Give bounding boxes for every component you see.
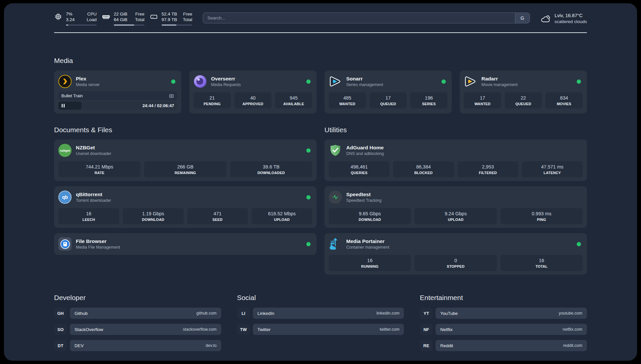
link-dev[interactable]: DT DEVdev.to	[54, 340, 221, 351]
memory-progress-fill	[114, 24, 134, 26]
link-tag[interactable]: LI	[237, 308, 250, 319]
stat-upload: 9.24 GbpsUPLOAD	[414, 208, 497, 224]
stat-value: 40	[236, 95, 270, 101]
stat-value: 945	[276, 95, 311, 101]
link-tag[interactable]: DT	[54, 340, 67, 351]
stat-value: 498,461	[330, 164, 388, 170]
portainer-card[interactable]: Media Portainer Container management 16R…	[324, 233, 587, 275]
link-name: LinkedIn	[258, 311, 274, 316]
nzbget-card[interactable]: nzbget NZBGet Usenet downloader 744.21 M…	[54, 139, 317, 181]
disk-free-value: 52.4 TB	[162, 11, 177, 17]
link-netflix[interactable]: NF Netflixnetflix.com	[420, 324, 587, 335]
overseerr-card[interactable]: Overseerr Media Requests 21PENDING 40APP…	[189, 71, 317, 113]
filebrowser-card[interactable]: File Browser Media File Management	[54, 233, 317, 255]
app-title: AdGuard Home	[346, 144, 384, 151]
stat-value: 266 GB	[145, 164, 225, 170]
stat-label: WANTED	[465, 102, 500, 106]
memory-free-value: 22 GiB	[114, 11, 127, 17]
disk-free-label: Free	[183, 11, 192, 17]
stat-value: 1.19 Gbps	[124, 211, 182, 217]
stat-label: PENDING	[195, 102, 229, 106]
sonarr-icon	[329, 75, 342, 88]
link-url: netflix.com	[563, 327, 582, 332]
memory-free-label: Free	[135, 11, 144, 17]
stat-value: 17	[465, 95, 500, 101]
playback-time: 24:44 / 02:06:47	[142, 103, 174, 108]
link-tag[interactable]: TW	[237, 324, 250, 335]
session-camera-icon[interactable]	[169, 93, 174, 99]
developer-links-column: Developer GH Githubgithub.com SO StackOv…	[54, 293, 221, 356]
link-reddit[interactable]: RE Redditreddit.com	[420, 340, 587, 351]
search-engine-button[interactable]: G	[515, 13, 530, 23]
link-tag[interactable]: RE	[420, 340, 433, 351]
cpu-progress-fill	[66, 24, 68, 26]
memory-progress-track	[114, 24, 144, 26]
link-tag[interactable]: SO	[54, 324, 67, 335]
speedtest-icon	[329, 191, 342, 204]
link-name: Twitter	[258, 327, 271, 332]
section-heading-developer: Developer	[54, 293, 221, 302]
link-twitter[interactable]: TW Twittertwitter.com	[237, 324, 404, 335]
link-tag[interactable]: NF	[420, 324, 433, 335]
dashboard-panel: 7%CPU 3.24Load 22 GiBFree 64 GiBTotal	[4, 3, 637, 361]
stat-label: PING	[502, 217, 581, 222]
memory-widget: 22 GiBFree 64 GiBTotal	[102, 11, 144, 26]
link-name: Github	[75, 311, 88, 316]
link-youtube[interactable]: YT YouTubeyoutube.com	[420, 308, 587, 319]
stat-value: 17	[371, 95, 406, 101]
stat-label: SEED	[189, 217, 247, 222]
stat-label: RUNNING	[330, 264, 410, 269]
stat-filtered: 2,953FILTERED	[458, 161, 518, 177]
social-links-column: Social LI LinkedInlinkedin.com TW Twitte…	[237, 293, 404, 340]
link-url: github.com	[197, 311, 217, 316]
cpu-icon	[54, 13, 62, 21]
header-divider	[54, 32, 587, 33]
stat-label: TOTAL	[502, 264, 581, 269]
stat-leech: 16LEECH	[58, 208, 119, 224]
stat-download: 1.19 GbpsDOWNLOAD	[123, 208, 183, 224]
app-subtitle: Container management	[346, 245, 389, 250]
app-title: Overseerr	[211, 76, 241, 82]
app-subtitle: Torrent downloader	[76, 198, 111, 203]
stat-label: RATE	[60, 170, 139, 175]
section-heading-social: Social	[237, 293, 404, 302]
stat-label: FILTERED	[459, 170, 517, 175]
stat-stopped: 0STOPPED	[414, 255, 497, 271]
stat-upload: 618.52 MbpsUPLOAD	[252, 208, 312, 224]
app-subtitle: DNS and adblocking	[346, 151, 384, 157]
link-stackoverflow[interactable]: SO StackOverflowstackoverflow.com	[54, 324, 221, 335]
plex-card[interactable]: Plex Media server Bullet Train 24:44 / 0…	[54, 71, 181, 113]
section-heading-documents: Documents & Files	[54, 125, 317, 135]
speedtest-card[interactable]: Speedtest Speedtest Tracking 9.65 GbpsDO…	[324, 186, 587, 228]
system-stats-group: 7%CPU 3.24Load 22 GiBFree 64 GiBTotal	[54, 11, 192, 26]
stat-value: 2,953	[459, 164, 517, 170]
search-input[interactable]	[203, 13, 530, 23]
stat-wanted: 17WANTED	[464, 92, 501, 108]
portainer-icon	[329, 237, 342, 251]
link-tag[interactable]: GH	[54, 308, 67, 319]
link-linkedin[interactable]: LI LinkedInlinkedin.com	[237, 308, 404, 319]
stat-label: AVAILABLE	[276, 102, 311, 106]
app-title: NZBGet	[76, 144, 111, 151]
link-url: twitter.com	[380, 327, 400, 332]
link-tag[interactable]: YT	[420, 308, 433, 319]
stat-label: SERIES	[412, 102, 446, 106]
overseerr-icon	[194, 75, 207, 88]
app-subtitle: Usenet downloader	[76, 151, 111, 157]
app-title: Plex	[76, 76, 100, 82]
adguard-card[interactable]: AdGuard Home DNS and adblocking 498,461Q…	[324, 139, 587, 181]
utilities-column: Utilities AdGuard Home DNS and adblockin…	[324, 125, 587, 275]
qbittorrent-card[interactable]: qb qBittorrent Torrent downloader 16LEEC…	[54, 186, 317, 228]
memory-total-label: Total	[135, 17, 144, 22]
cpu-progress-track	[66, 24, 97, 26]
stat-download: 9.65 GbpsDOWNLOAD	[329, 208, 411, 224]
pause-icon[interactable]	[62, 104, 65, 107]
link-github[interactable]: GH Githubgithub.com	[54, 308, 221, 319]
stat-value: 0.993 ms	[502, 211, 581, 217]
link-name: YouTube	[440, 311, 458, 316]
stat-value: 9.65 Gbps	[330, 211, 410, 217]
sonarr-card[interactable]: Sonarr Series management 485WANTED 17QUE…	[324, 71, 452, 113]
radarr-card[interactable]: Radarr Movie management 17WANTED 22QUEUE…	[460, 71, 587, 113]
app-subtitle: Media File Management	[76, 245, 120, 250]
link-url: stackoverflow.com	[183, 327, 217, 332]
